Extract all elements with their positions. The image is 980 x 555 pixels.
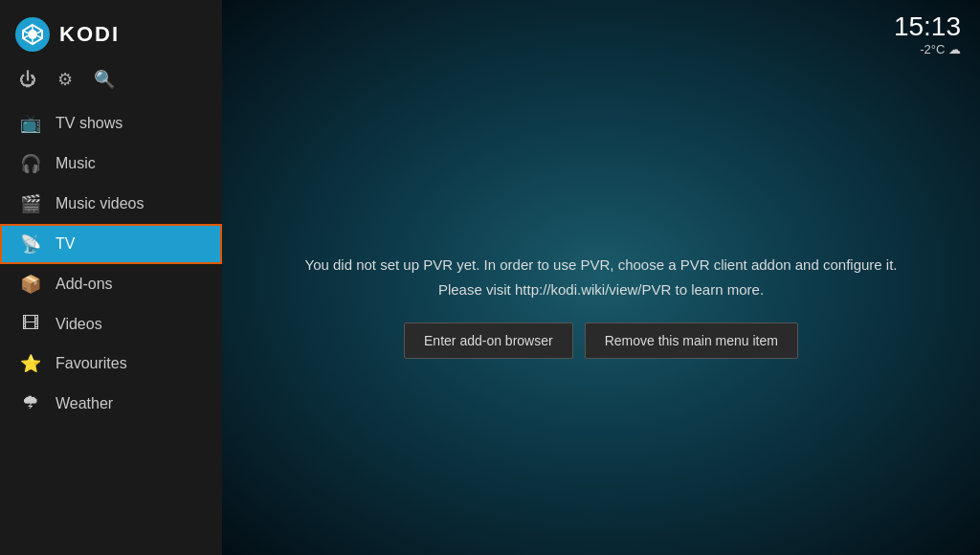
sidebar-item-music-videos[interactable]: 🎬 Music videos xyxy=(0,184,222,224)
sidebar-item-label: Add-ons xyxy=(56,276,113,293)
tv-icon: 📡 xyxy=(19,233,42,255)
tv-shows-icon: 📺 xyxy=(19,113,42,134)
main-nav: 📺 TV shows 🎧 Music 🎬 Music videos 📡 TV 📦… xyxy=(0,103,222,555)
logo-area: KODI xyxy=(0,0,222,61)
pvr-content: You did not set up PVR yet. In order to … xyxy=(222,56,980,555)
main-content: 15:13 -2°C ☁ You did not set up PVR yet.… xyxy=(222,0,980,555)
power-icon[interactable]: ⏻ xyxy=(19,70,36,90)
videos-icon: 🎞 xyxy=(19,314,42,334)
pvr-message-line2: Please visit http://kodi.wiki/view/PVR t… xyxy=(438,281,764,298)
sidebar-item-label: Music videos xyxy=(56,195,144,212)
sidebar-item-tv-shows[interactable]: 📺 TV shows xyxy=(0,103,222,144)
sidebar-item-favourites[interactable]: ⭐ Favourites xyxy=(0,344,222,384)
sidebar-item-tv[interactable]: 📡 TV xyxy=(0,224,222,264)
sidebar-item-label: Weather xyxy=(56,395,113,412)
clock-weather: -2°C ☁ xyxy=(894,42,961,56)
pvr-message-line1: You did not set up PVR yet. In order to … xyxy=(305,256,898,273)
sidebar-item-weather[interactable]: 🌩 Weather xyxy=(0,384,222,423)
weather-icon: 🌩 xyxy=(19,393,42,413)
toolbar: ⏻ ⚙ 🔍 xyxy=(0,61,222,103)
music-videos-icon: 🎬 xyxy=(19,193,42,214)
app-title: KODI xyxy=(59,22,120,47)
header-bar: 15:13 -2°C ☁ xyxy=(222,0,980,56)
add-ons-icon: 📦 xyxy=(19,274,42,295)
sidebar: KODI ⏻ ⚙ 🔍 📺 TV shows 🎧 Music 🎬 Music vi… xyxy=(0,0,222,555)
pvr-message: You did not set up PVR yet. In order to … xyxy=(305,253,898,301)
remove-menu-item-button[interactable]: Remove this main menu item xyxy=(585,322,798,359)
sidebar-item-label: Music xyxy=(56,155,96,172)
sidebar-item-add-ons[interactable]: 📦 Add-ons xyxy=(0,264,222,304)
sidebar-item-label: Favourites xyxy=(56,355,127,372)
settings-icon[interactable]: ⚙ xyxy=(57,69,73,90)
sidebar-item-label: TV xyxy=(56,235,75,253)
sidebar-item-videos[interactable]: 🎞 Videos xyxy=(0,304,222,344)
clock-area: 15:13 -2°C ☁ xyxy=(894,13,961,56)
sidebar-item-music[interactable]: 🎧 Music xyxy=(0,144,222,184)
sidebar-item-label: TV shows xyxy=(56,115,122,132)
enter-addon-browser-button[interactable]: Enter add-on browser xyxy=(404,322,573,359)
clock-time: 15:13 xyxy=(894,13,961,40)
search-icon[interactable]: 🔍 xyxy=(94,69,115,90)
action-buttons: Enter add-on browser Remove this main me… xyxy=(404,322,798,359)
sidebar-item-label: Videos xyxy=(56,316,102,333)
music-icon: 🎧 xyxy=(19,153,42,174)
svg-point-2 xyxy=(28,30,37,39)
favourites-icon: ⭐ xyxy=(19,353,42,374)
kodi-logo-icon xyxy=(15,17,50,52)
